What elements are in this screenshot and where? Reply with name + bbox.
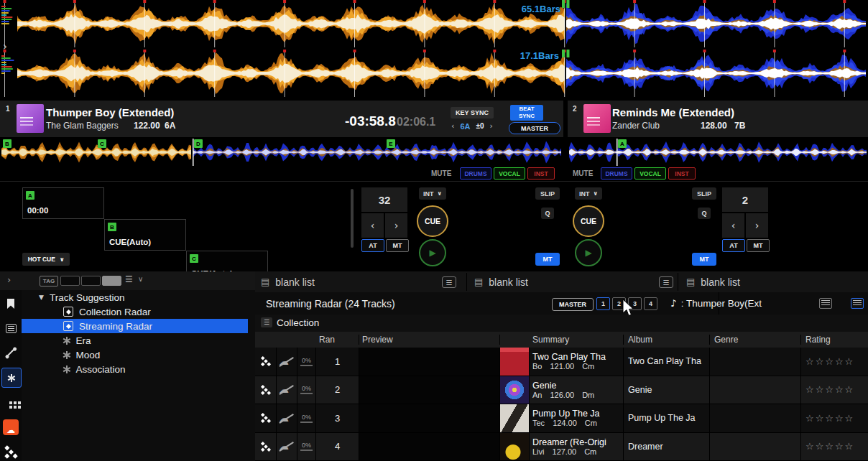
deck2-beat-jump-fwd-button[interactable]: › xyxy=(746,213,768,238)
tree-root-track-suggestion[interactable]: ▼ Track Suggestion xyxy=(22,290,255,304)
deck1-beat-jump-fwd-button[interactable]: › xyxy=(385,213,407,238)
tidal-icon[interactable] xyxy=(1,442,20,461)
tag-filter-button[interactable]: TAG xyxy=(40,276,58,287)
table-row[interactable]: ☁ 0% 4 Dreamer (Re-Origi Livi127.00Cm Dr… xyxy=(255,433,868,461)
sidebar-collapse-icon[interactable]: › xyxy=(7,274,11,285)
deck2-mt-button[interactable]: MT xyxy=(747,239,770,252)
deck1-strip-cue-e[interactable]: E xyxy=(387,139,395,148)
download-progress: 0% xyxy=(300,385,313,394)
soundcloud-icon[interactable]: ☁ xyxy=(1,418,20,437)
beat-sync-button[interactable]: BEAT SYNC xyxy=(510,105,543,121)
deck1-stem-vocal-button[interactable]: VOCAL xyxy=(494,167,525,180)
sidebar-item-association[interactable]: Association xyxy=(22,362,255,376)
deck2-at-button[interactable]: AT xyxy=(722,239,745,252)
rating-cell[interactable]: ☆☆☆☆☆ xyxy=(801,376,868,404)
sidebar-item-streaming-radar[interactable]: Streaming Radar xyxy=(22,319,248,333)
deck2-play-button[interactable]: ▶ xyxy=(575,239,602,266)
panel2-menu-button[interactable]: ☰ xyxy=(659,276,673,288)
panel1-menu-button[interactable]: ☰ xyxy=(442,276,456,288)
cloud-off-icon: ☁ xyxy=(277,433,297,461)
deck1-sync-mode-dropdown[interactable]: INT ∨ xyxy=(419,187,446,200)
playlists-icon[interactable] xyxy=(1,294,20,313)
deck2-stem-vocal-button[interactable]: VOCAL xyxy=(634,167,666,180)
sidebar-item-mood[interactable]: Mood xyxy=(22,348,255,362)
deck1-stem-inst-button[interactable]: INST xyxy=(527,167,555,180)
view-detail-button[interactable] xyxy=(851,298,864,309)
deck2-stem-inst-button[interactable]: INST xyxy=(668,167,696,180)
key-shift-left-icon[interactable]: ‹ xyxy=(451,121,454,131)
preview-cell[interactable] xyxy=(359,348,500,376)
blank-list-panel-3[interactable]: ▤ blank list xyxy=(686,271,862,292)
deck2-number: 2 xyxy=(573,105,577,113)
slot-button-4[interactable]: 4 xyxy=(644,297,657,310)
color-filter-1[interactable] xyxy=(60,276,80,286)
deck1-hotcue-pad-b[interactable]: B CUE(Auto) xyxy=(104,219,186,251)
col-genre[interactable]: Genre xyxy=(710,335,801,345)
deck2-sync-mode-dropdown[interactable]: INT ∨ xyxy=(575,187,602,200)
color-filter-2[interactable] xyxy=(81,276,101,286)
deck1-beat-jump-back-button[interactable]: ‹ xyxy=(361,213,384,238)
rating-cell[interactable]: ☆☆☆☆☆ xyxy=(801,433,868,461)
table-row[interactable]: ☁ 0% 1 Two Can Play Tha Bo121.00Cm Two C… xyxy=(255,348,868,376)
waveform-expand-icon[interactable]: › xyxy=(3,40,7,53)
col-rating[interactable]: Rating xyxy=(801,335,868,345)
key-shift-right-icon[interactable]: › xyxy=(490,121,493,131)
breadcrumb[interactable]: Collection xyxy=(277,317,319,328)
deck1-waveform[interactable] xyxy=(0,0,868,47)
deck1-quantize-button[interactable]: Q xyxy=(541,208,554,219)
browser-icon-rail: ☁ xyxy=(0,290,22,461)
deck1-slip-button[interactable]: SLIP xyxy=(535,187,560,200)
deck1-pad-mode-dropdown[interactable]: HOT CUE ∨ xyxy=(22,253,70,266)
col-album[interactable]: Album xyxy=(624,335,710,345)
related-tracks-icon[interactable] xyxy=(1,343,20,362)
view-list-button[interactable] xyxy=(819,298,832,309)
deck2-strip-cue-a[interactable]: A xyxy=(618,139,627,148)
deck2-beat-jump-back-button[interactable]: ‹ xyxy=(722,213,744,238)
track-suggestion-icon[interactable] xyxy=(1,368,22,388)
col-summary[interactable]: Summary xyxy=(530,335,624,345)
chevron-down-icon[interactable]: ∨ xyxy=(138,275,143,283)
deck1-track-overview-strip[interactable] xyxy=(0,139,563,166)
sidebar-item-collection-radar[interactable]: Collection Radar xyxy=(22,304,255,319)
sampler-grid-icon[interactable] xyxy=(1,394,20,412)
table-row[interactable]: ☁ 0% 3 Pump Up The Ja Tec124.00Cm Pump U… xyxy=(255,404,868,433)
key-sync-button[interactable]: KEY SYNC xyxy=(451,107,494,118)
deck2-stem-drums-button[interactable]: DRUMS xyxy=(601,167,632,180)
deck2-master-tempo-button[interactable]: MT xyxy=(692,253,716,266)
sidebar-item-era[interactable]: Era xyxy=(22,333,255,348)
collection-menu-icon[interactable]: ☰ xyxy=(261,317,272,327)
deck2-track-overview-strip[interactable] xyxy=(568,139,868,166)
deck1-mt-button[interactable]: MT xyxy=(386,239,409,252)
pad-scrollbar[interactable] xyxy=(351,189,354,248)
col-rank[interactable]: Ran xyxy=(316,335,359,345)
preview-cell[interactable] xyxy=(359,376,500,404)
playlist-master-button[interactable]: MASTER xyxy=(552,298,594,311)
deck1-strip-cue-d[interactable]: D xyxy=(194,139,203,148)
deck1-hotcue-pad-a[interactable]: A 00:00 xyxy=(22,187,104,219)
blank-list-panel-2[interactable]: ▤ blank list xyxy=(474,271,657,292)
color-filter-3[interactable] xyxy=(102,276,121,286)
deck1-stem-drums-button[interactable]: DRUMS xyxy=(460,167,491,180)
tree-collapse-icon[interactable]: ▼ xyxy=(39,294,44,301)
deck2-waveform[interactable] xyxy=(0,50,868,97)
blank-list-panel-1[interactable]: ▤ blank list xyxy=(261,271,466,292)
deck1-master-tempo-button[interactable]: MT xyxy=(535,253,560,266)
deck1-cue-button[interactable]: CUE xyxy=(417,205,448,237)
deck1-at-button[interactable]: AT xyxy=(361,239,384,252)
deck1-strip-cue-b[interactable]: B xyxy=(3,139,11,148)
rating-cell[interactable]: ☆☆☆☆☆ xyxy=(801,404,868,432)
rating-cell[interactable]: ☆☆☆☆☆ xyxy=(801,348,868,376)
slot-button-1[interactable]: 1 xyxy=(596,297,610,310)
preview-cell[interactable] xyxy=(359,433,500,461)
deck2-cue-button[interactable]: CUE xyxy=(573,205,604,237)
master-button[interactable]: MASTER xyxy=(509,122,560,134)
tracklist-icon[interactable] xyxy=(1,319,20,337)
deck1-play-button[interactable]: ▶ xyxy=(419,239,446,266)
table-row[interactable]: ☁ 0% 2 Genie An126.00Dm Genie ☆☆☆☆☆ xyxy=(255,376,868,405)
deck2-slip-button[interactable]: SLIP xyxy=(692,187,716,200)
deck2-quantize-button[interactable]: Q xyxy=(698,208,711,219)
list-settings-icon[interactable]: ☰ xyxy=(125,274,133,284)
preview-cell[interactable] xyxy=(359,404,500,432)
col-preview[interactable]: Preview xyxy=(359,335,500,345)
deck1-strip-cue-c[interactable]: C xyxy=(98,139,106,148)
